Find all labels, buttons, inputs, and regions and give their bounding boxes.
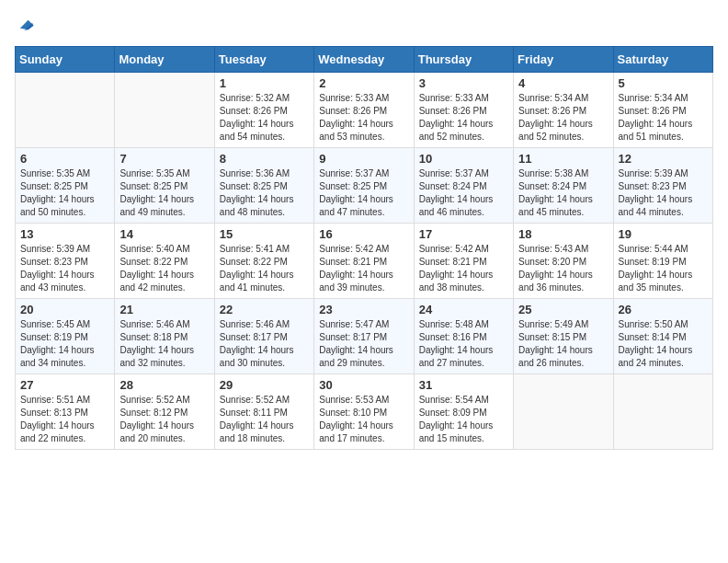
calendar-cell: 13 Sunrise: 5:39 AMSunset: 8:23 PMDaylig… (16, 224, 115, 299)
calendar-cell: 4 Sunrise: 5:34 AMSunset: 8:26 PMDayligh… (514, 73, 613, 148)
day-number: 23 (319, 303, 408, 316)
day-number: 28 (119, 378, 209, 392)
logo-icon (15, 15, 35, 35)
calendar-cell: 23 Sunrise: 5:47 AMSunset: 8:17 PMDaylig… (314, 299, 414, 374)
day-info: Sunrise: 5:39 AMSunset: 8:23 PMDaylight:… (619, 167, 708, 219)
calendar-cell: 12 Sunrise: 5:39 AMSunset: 8:23 PMDaylig… (613, 148, 712, 224)
calendar-week-row: 13 Sunrise: 5:39 AMSunset: 8:23 PMDaylig… (16, 224, 713, 299)
calendar-cell: 18 Sunrise: 5:43 AMSunset: 8:20 PMDaylig… (514, 224, 613, 299)
calendar-cell: 22 Sunrise: 5:46 AMSunset: 8:17 PMDaylig… (214, 299, 313, 374)
day-number: 20 (20, 303, 109, 316)
day-info: Sunrise: 5:39 AMSunset: 8:23 PMDaylight:… (20, 243, 109, 294)
day-number: 10 (419, 152, 508, 166)
calendar-week-row: 6 Sunrise: 5:35 AMSunset: 8:25 PMDayligh… (16, 148, 713, 224)
weekday-header: Thursday (414, 47, 513, 73)
calendar-cell: 20 Sunrise: 5:45 AMSunset: 8:19 PMDaylig… (16, 299, 115, 374)
day-number: 7 (119, 152, 209, 166)
day-number: 26 (619, 303, 708, 316)
calendar-cell (613, 374, 712, 450)
calendar-cell: 31 Sunrise: 5:54 AMSunset: 8:09 PMDaylig… (414, 374, 513, 450)
day-number: 4 (518, 76, 608, 90)
calendar-cell: 14 Sunrise: 5:40 AMSunset: 8:22 PMDaylig… (115, 224, 214, 299)
day-info: Sunrise: 5:41 AMSunset: 8:22 PMDaylight:… (220, 243, 309, 294)
day-number: 9 (319, 152, 408, 166)
day-number: 6 (20, 152, 109, 166)
weekday-header-row: SundayMondayTuesdayWednesdayThursdayFrid… (16, 47, 713, 73)
day-info: Sunrise: 5:49 AMSunset: 8:15 PMDaylight:… (518, 318, 608, 370)
day-number: 25 (518, 303, 608, 316)
day-info: Sunrise: 5:48 AMSunset: 8:16 PMDaylight:… (419, 318, 508, 370)
calendar-week-row: 1 Sunrise: 5:32 AMSunset: 8:26 PMDayligh… (16, 73, 713, 148)
day-number: 17 (419, 227, 508, 241)
calendar-cell: 9 Sunrise: 5:37 AMSunset: 8:25 PMDayligh… (314, 148, 414, 224)
weekday-header: Wednesday (314, 47, 414, 73)
day-number: 1 (220, 76, 309, 90)
day-info: Sunrise: 5:37 AMSunset: 8:24 PMDaylight:… (419, 167, 508, 219)
day-info: Sunrise: 5:35 AMSunset: 8:25 PMDaylight:… (119, 167, 209, 219)
day-number: 19 (619, 227, 708, 241)
calendar-cell (514, 374, 613, 450)
day-number: 16 (319, 227, 408, 241)
calendar-cell: 7 Sunrise: 5:35 AMSunset: 8:25 PMDayligh… (115, 148, 214, 224)
day-number: 21 (119, 303, 209, 316)
day-number: 27 (20, 378, 109, 392)
day-info: Sunrise: 5:35 AMSunset: 8:25 PMDaylight:… (20, 167, 109, 219)
calendar-cell: 11 Sunrise: 5:38 AMSunset: 8:24 PMDaylig… (514, 148, 613, 224)
calendar-cell (16, 73, 115, 148)
day-info: Sunrise: 5:51 AMSunset: 8:13 PMDaylight:… (20, 394, 109, 445)
day-info: Sunrise: 5:47 AMSunset: 8:17 PMDaylight:… (319, 318, 408, 370)
day-info: Sunrise: 5:40 AMSunset: 8:22 PMDaylight:… (119, 243, 209, 294)
calendar-table: SundayMondayTuesdayWednesdayThursdayFrid… (15, 46, 713, 450)
day-info: Sunrise: 5:34 AMSunset: 8:26 PMDaylight:… (619, 92, 708, 144)
day-info: Sunrise: 5:45 AMSunset: 8:19 PMDaylight:… (20, 318, 109, 370)
day-info: Sunrise: 5:52 AMSunset: 8:11 PMDaylight:… (220, 394, 309, 445)
calendar-cell: 5 Sunrise: 5:34 AMSunset: 8:26 PMDayligh… (613, 73, 712, 148)
calendar-cell: 19 Sunrise: 5:44 AMSunset: 8:19 PMDaylig… (613, 224, 712, 299)
calendar-cell: 30 Sunrise: 5:53 AMSunset: 8:10 PMDaylig… (314, 374, 414, 450)
day-info: Sunrise: 5:42 AMSunset: 8:21 PMDaylight:… (319, 243, 408, 294)
day-info: Sunrise: 5:54 AMSunset: 8:09 PMDaylight:… (419, 394, 508, 445)
calendar-cell: 27 Sunrise: 5:51 AMSunset: 8:13 PMDaylig… (16, 374, 115, 450)
day-info: Sunrise: 5:50 AMSunset: 8:14 PMDaylight:… (619, 318, 708, 370)
day-number: 3 (419, 76, 508, 90)
calendar-cell: 3 Sunrise: 5:33 AMSunset: 8:26 PMDayligh… (414, 73, 513, 148)
day-info: Sunrise: 5:33 AMSunset: 8:26 PMDaylight:… (319, 92, 408, 144)
day-info: Sunrise: 5:32 AMSunset: 8:26 PMDaylight:… (220, 92, 309, 144)
day-info: Sunrise: 5:53 AMSunset: 8:10 PMDaylight:… (319, 394, 408, 445)
day-info: Sunrise: 5:38 AMSunset: 8:24 PMDaylight:… (518, 167, 608, 219)
calendar-cell: 6 Sunrise: 5:35 AMSunset: 8:25 PMDayligh… (16, 148, 115, 224)
calendar-cell: 21 Sunrise: 5:46 AMSunset: 8:18 PMDaylig… (115, 299, 214, 374)
day-info: Sunrise: 5:52 AMSunset: 8:12 PMDaylight:… (119, 394, 209, 445)
calendar-cell (115, 73, 214, 148)
day-number: 15 (220, 227, 309, 241)
calendar-cell: 26 Sunrise: 5:50 AMSunset: 8:14 PMDaylig… (613, 299, 712, 374)
day-info: Sunrise: 5:42 AMSunset: 8:21 PMDaylight:… (419, 243, 508, 294)
weekday-header: Saturday (613, 47, 712, 73)
calendar-cell: 15 Sunrise: 5:41 AMSunset: 8:22 PMDaylig… (214, 224, 313, 299)
day-info: Sunrise: 5:36 AMSunset: 8:25 PMDaylight:… (220, 167, 309, 219)
weekday-header: Monday (115, 47, 214, 73)
weekday-header: Tuesday (214, 47, 313, 73)
day-info: Sunrise: 5:43 AMSunset: 8:20 PMDaylight:… (518, 243, 608, 294)
calendar-cell: 24 Sunrise: 5:48 AMSunset: 8:16 PMDaylig… (414, 299, 513, 374)
day-number: 5 (619, 76, 708, 90)
day-number: 24 (419, 303, 508, 316)
calendar-cell: 1 Sunrise: 5:32 AMSunset: 8:26 PMDayligh… (214, 73, 313, 148)
day-number: 14 (119, 227, 209, 241)
logo (15, 15, 39, 35)
day-number: 13 (20, 227, 109, 241)
day-number: 18 (518, 227, 608, 241)
day-info: Sunrise: 5:46 AMSunset: 8:17 PMDaylight:… (220, 318, 309, 370)
day-info: Sunrise: 5:44 AMSunset: 8:19 PMDaylight:… (619, 243, 708, 294)
page-header (15, 15, 713, 35)
calendar-cell: 29 Sunrise: 5:52 AMSunset: 8:11 PMDaylig… (214, 374, 313, 450)
day-info: Sunrise: 5:37 AMSunset: 8:25 PMDaylight:… (319, 167, 408, 219)
day-number: 11 (518, 152, 608, 166)
day-info: Sunrise: 5:34 AMSunset: 8:26 PMDaylight:… (518, 92, 608, 144)
day-number: 8 (220, 152, 309, 166)
day-number: 29 (220, 378, 309, 392)
weekday-header: Friday (514, 47, 613, 73)
calendar-cell: 17 Sunrise: 5:42 AMSunset: 8:21 PMDaylig… (414, 224, 513, 299)
calendar-cell: 2 Sunrise: 5:33 AMSunset: 8:26 PMDayligh… (314, 73, 414, 148)
day-number: 30 (319, 378, 408, 392)
